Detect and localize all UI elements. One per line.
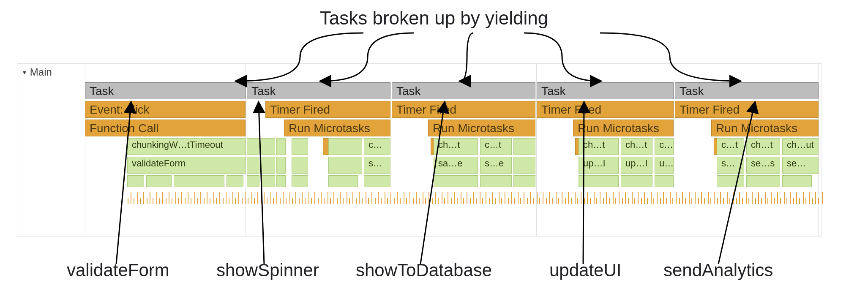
flame-block[interactable]: Function Call	[85, 120, 246, 136]
flame-block[interactable]	[328, 175, 358, 187]
flame-block[interactable]: ch…t	[621, 138, 652, 155]
small-row	[127, 175, 818, 188]
annotation-label: showToDatabase	[356, 260, 492, 280]
flame-block[interactable]	[328, 157, 362, 174]
flame-block[interactable]: Task	[537, 82, 674, 99]
flame-block[interactable]	[261, 138, 275, 155]
calls-row: Function CallRun MicrotasksRun Microtask…	[85, 120, 818, 137]
flame-block[interactable]: se…s	[746, 157, 780, 174]
diagram-title: Tasks broken up by yielding	[0, 8, 868, 29]
thread-label[interactable]: ▼ Main	[17, 64, 76, 81]
flame-block[interactable]: Task	[675, 82, 819, 99]
flame-block[interactable]	[261, 175, 275, 187]
flame-block[interactable]: s…s	[717, 157, 744, 174]
flame-block[interactable]: s…	[364, 157, 390, 174]
flame-block[interactable]: se…cs	[782, 157, 819, 174]
flame-block[interactable]: u…I	[655, 157, 674, 174]
flame-block[interactable]	[146, 175, 172, 187]
flame-block[interactable]: up…I	[579, 157, 619, 174]
flame-block[interactable]	[364, 175, 390, 187]
flame-block[interactable]	[655, 175, 674, 187]
flame-block[interactable]: Task	[392, 82, 535, 99]
flame-block[interactable]: c…	[364, 138, 390, 155]
flame-block[interactable]: Run Microtasks	[711, 120, 819, 136]
chunk-row: chunkingW…tTimeoutc…ch…tc…tch…tch…tc…tc……	[127, 138, 818, 156]
events-row: Event: clickTimer FiredTimer FiredTimer …	[85, 101, 818, 119]
flame-block[interactable]	[174, 175, 224, 187]
ticks-row	[127, 192, 818, 209]
flame-block[interactable]: Timer Fired	[675, 101, 819, 118]
flame-block[interactable]: ch…ut	[782, 138, 819, 155]
flame-block[interactable]	[621, 175, 652, 187]
flame-block[interactable]: Run Microtasks	[428, 120, 535, 136]
flame-block[interactable]: Timer Fired	[392, 101, 535, 118]
flame-block[interactable]: Run Microtasks	[284, 120, 390, 136]
flame-block[interactable]: ch…t	[434, 138, 478, 155]
flame-block[interactable]: s…e	[480, 157, 512, 174]
flame-block[interactable]	[328, 138, 362, 155]
flame-block[interactable]: ch…t	[579, 138, 619, 155]
annotation-label: updateUI	[549, 260, 621, 280]
flame-block[interactable]: Timer Fired	[265, 101, 390, 118]
work-row: validateForms…sa…es…eup…Iup…Iu…Is…sse…ss…	[127, 157, 818, 174]
flame-block[interactable]: up…I	[621, 157, 652, 174]
disclosure-triangle-icon[interactable]: ▼	[22, 69, 27, 75]
flame-block[interactable]	[227, 175, 243, 187]
flame-block[interactable]	[717, 175, 744, 187]
flame-block[interactable]	[782, 175, 812, 187]
flame-block[interactable]	[513, 175, 535, 187]
flame-panel: ▼ Main TaskTaskTaskTaskTask Event: click…	[17, 63, 822, 237]
flame-block[interactable]: sa…e	[434, 157, 478, 174]
flame-block[interactable]	[299, 175, 308, 187]
flame-block[interactable]: Timer Fired	[537, 101, 674, 118]
flame-block[interactable]: Task	[85, 82, 246, 99]
tasks-row: TaskTaskTaskTaskTask	[85, 82, 818, 100]
flame-block[interactable]	[434, 175, 478, 187]
flame-block[interactable]	[480, 175, 512, 187]
annotation-label: showSpinner	[216, 260, 319, 280]
flame-block[interactable]: c…t	[480, 138, 512, 155]
flame-block[interactable]	[261, 157, 275, 174]
flame-block[interactable]: ch…t	[746, 138, 780, 155]
flame-block[interactable]: c…t	[717, 138, 744, 155]
flame-block[interactable]	[299, 157, 308, 174]
flame-block[interactable]: Task	[247, 82, 390, 99]
flame-block[interactable]	[513, 157, 535, 174]
flame-block[interactable]: chunkingW…tTimeout	[127, 138, 246, 155]
annotation-label: sendAnalytics	[663, 260, 773, 280]
flame-block[interactable]	[127, 175, 144, 187]
annotation-label: validateForm	[67, 260, 169, 280]
flame-block[interactable]	[247, 138, 259, 155]
flame-block[interactable]: Event: click	[85, 101, 246, 118]
thread-name: Main	[30, 66, 52, 78]
flame-block[interactable]	[746, 175, 780, 187]
flame-block[interactable]	[276, 138, 286, 155]
flame-block[interactable]	[276, 175, 286, 187]
flame-block[interactable]	[247, 157, 259, 174]
flame-block[interactable]: Run Microtasks	[573, 120, 674, 136]
flame-block[interactable]	[299, 138, 308, 155]
flame-block[interactable]	[513, 138, 535, 155]
flame-block[interactable]: c…t	[655, 138, 674, 155]
flame-block[interactable]	[276, 157, 286, 174]
flame-block[interactable]: validateForm	[127, 157, 246, 174]
flame-block[interactable]	[579, 175, 619, 187]
flame-block[interactable]	[247, 175, 259, 187]
